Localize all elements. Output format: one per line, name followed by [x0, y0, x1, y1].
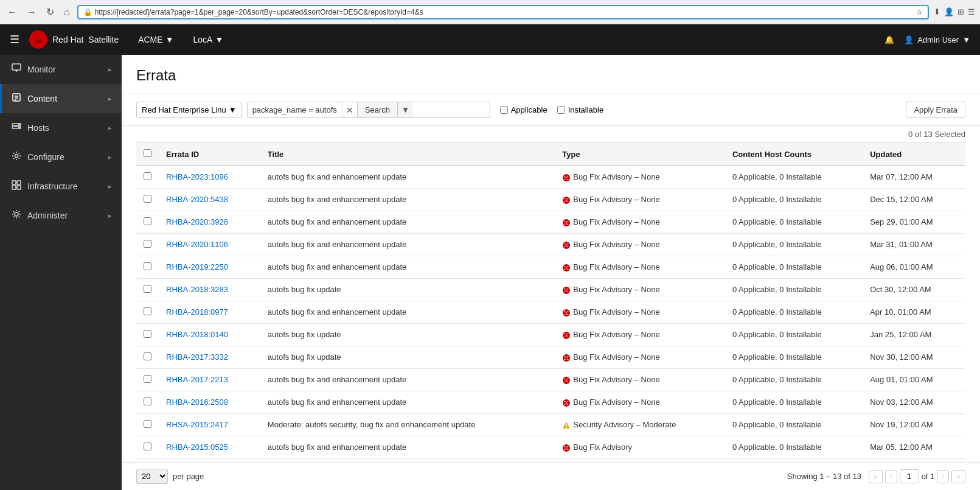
- errata-id-link[interactable]: RHBA-2023:1096: [166, 172, 228, 181]
- per-page-select[interactable]: 20 50 100: [136, 469, 168, 484]
- hamburger-menu[interactable]: ☰: [10, 33, 19, 46]
- row-checkbox[interactable]: [144, 443, 151, 450]
- row-checkbox[interactable]: [144, 330, 151, 338]
- first-page-button[interactable]: «: [869, 470, 883, 483]
- svg-point-75: [566, 402, 568, 404]
- page-number-input[interactable]: [900, 469, 919, 483]
- menu-icon[interactable]: ☰: [968, 7, 975, 16]
- errata-id-link[interactable]: RHBA-2018:3283: [166, 285, 228, 294]
- table-row: RHBA-2023:1096 autofs bug fix and enhanc…: [136, 166, 965, 189]
- svg-point-14: [19, 127, 20, 128]
- errata-id-link[interactable]: RHBA-2017:3332: [166, 352, 228, 362]
- row-checkbox-cell[interactable]: [136, 301, 159, 324]
- row-checkbox-cell[interactable]: [136, 346, 159, 369]
- applicable-checkbox-label[interactable]: Applicable: [500, 105, 547, 114]
- extensions-icon[interactable]: ⊞: [957, 7, 964, 16]
- last-page-button[interactable]: »: [951, 470, 965, 483]
- sidebar-item-hosts[interactable]: Hosts ▸: [0, 113, 122, 142]
- errata-updated-cell: Mar 05, 12:00 AM: [863, 436, 965, 459]
- home-button[interactable]: ⌂: [61, 5, 72, 19]
- search-button[interactable]: Search: [357, 102, 397, 117]
- row-checkbox-cell[interactable]: [136, 189, 159, 211]
- errata-title-cell: autofs bug fix and enhancement update: [260, 369, 555, 391]
- forward-button[interactable]: →: [24, 5, 39, 19]
- errata-updated-cell: Apr 10, 01:00 AM: [863, 301, 965, 324]
- errata-id-link[interactable]: RHBA-2016:2508: [166, 397, 228, 407]
- row-checkbox[interactable]: [144, 240, 151, 248]
- row-checkbox-cell[interactable]: [136, 279, 159, 301]
- errata-id-link[interactable]: RHBA-2017:2213: [166, 375, 228, 384]
- errata-type-cell: Bug Fix Advisory – None: [555, 301, 725, 324]
- errata-host-counts-cell: 0 Applicable, 0 Installable: [725, 391, 863, 414]
- row-checkbox-cell[interactable]: [136, 211, 159, 234]
- sidebar-item-infrastructure[interactable]: Infrastructure ▸: [0, 172, 122, 201]
- row-checkbox[interactable]: [144, 420, 151, 428]
- sidebar-item-monitor[interactable]: Monitor ▸: [0, 55, 122, 84]
- applicable-checkbox[interactable]: [500, 106, 508, 114]
- errata-id-link[interactable]: RHBA-2020:1106: [166, 240, 228, 249]
- row-checkbox[interactable]: [144, 375, 151, 383]
- errata-type-cell: Security Advisory – Moderate: [555, 414, 725, 436]
- errata-title-cell: autofs bug fix update: [260, 346, 555, 369]
- row-checkbox[interactable]: [144, 397, 151, 405]
- errata-id-link[interactable]: RHBA-2018:0140: [166, 330, 228, 339]
- errata-id-link[interactable]: RHSA-2015:2417: [166, 420, 228, 429]
- row-checkbox[interactable]: [144, 217, 151, 225]
- sidebar-item-content[interactable]: Content ▸: [0, 84, 122, 113]
- row-checkbox-cell[interactable]: [136, 166, 159, 189]
- row-checkbox-cell[interactable]: [136, 324, 159, 346]
- errata-id-link[interactable]: RHBA-2020:3928: [166, 217, 228, 226]
- row-checkbox[interactable]: [144, 352, 151, 360]
- profile-icon[interactable]: 👤: [944, 7, 954, 16]
- next-page-button[interactable]: ›: [937, 470, 949, 483]
- errata-id-link[interactable]: RHBA-2015:0525: [166, 443, 228, 452]
- user-menu[interactable]: 👤 Admin User ▼: [904, 35, 970, 44]
- errata-id-link[interactable]: RHBA-2018:0977: [166, 307, 228, 317]
- errata-id-cell: RHBA-2023:1096: [159, 166, 260, 189]
- select-all-checkbox[interactable]: [144, 149, 151, 157]
- page-content: Errata Red Hat Enterprise Linu ▼ package…: [122, 55, 980, 490]
- row-checkbox[interactable]: [144, 285, 151, 293]
- repo-dropdown-icon: ▼: [229, 105, 237, 114]
- row-checkbox[interactable]: [144, 262, 151, 270]
- errata-id-link[interactable]: RHBA-2020:5438: [166, 195, 228, 204]
- sidebar-item-configure[interactable]: Configure ▸: [0, 142, 122, 172]
- row-checkbox[interactable]: [144, 195, 151, 203]
- address-bar[interactable]: 🔒 https://[redacted]/errata?page=1&per_p…: [77, 5, 929, 19]
- org-selector[interactable]: ACME ▼: [133, 32, 178, 47]
- notification-icon[interactable]: 🔔: [884, 35, 894, 44]
- star-icon[interactable]: ☆: [916, 8, 923, 16]
- errata-updated-cell: Nov 03, 12:00 AM: [863, 391, 965, 414]
- row-checkbox-cell[interactable]: [136, 234, 159, 256]
- row-checkbox-cell[interactable]: [136, 369, 159, 391]
- search-clear-button[interactable]: ✕: [342, 103, 357, 117]
- installable-checkbox[interactable]: [557, 106, 565, 114]
- back-button[interactable]: ←: [5, 5, 19, 19]
- svg-point-25: [566, 177, 568, 178]
- repo-selector[interactable]: Red Hat Enterprise Linu ▼: [136, 102, 242, 118]
- errata-type-cell: Bug Fix Advisory – None: [555, 256, 725, 279]
- row-checkbox-cell[interactable]: [136, 414, 159, 436]
- search-dropdown-button[interactable]: ▼: [397, 102, 413, 117]
- location-selector[interactable]: LocA ▼: [188, 32, 228, 47]
- col-errata-id: Errata ID: [159, 143, 260, 166]
- row-checkbox[interactable]: [144, 307, 151, 315]
- select-all-header[interactable]: [136, 143, 159, 166]
- administer-arrow-icon: ▸: [108, 212, 112, 220]
- row-checkbox-cell[interactable]: [136, 256, 159, 279]
- col-title: Title: [260, 143, 555, 166]
- sidebar-item-administer[interactable]: Administer ▸: [0, 201, 122, 230]
- download-icon[interactable]: ⬇: [934, 7, 940, 16]
- errata-id-link[interactable]: RHBA-2019:2250: [166, 262, 228, 271]
- installable-checkbox-label[interactable]: Installable: [557, 105, 604, 114]
- apply-errata-button[interactable]: Apply Errata: [906, 102, 965, 118]
- page-title: Errata: [136, 67, 965, 84]
- row-checkbox-cell[interactable]: [136, 391, 159, 414]
- row-checkbox[interactable]: [144, 172, 151, 180]
- prev-page-button[interactable]: ‹: [885, 470, 897, 483]
- svg-point-83: [566, 447, 568, 449]
- refresh-button[interactable]: ↻: [44, 5, 57, 19]
- row-checkbox-cell[interactable]: [136, 436, 159, 459]
- sidebar-monitor-label: Monitor: [27, 65, 102, 74]
- svg-point-45: [566, 267, 568, 268]
